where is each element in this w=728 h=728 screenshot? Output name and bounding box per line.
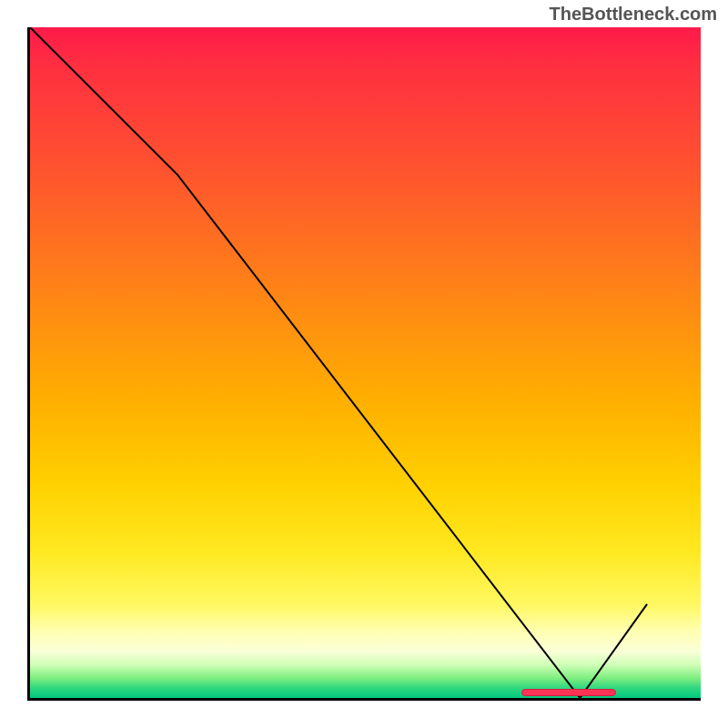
bottleneck-line-chart — [30, 27, 701, 698]
curve-path — [30, 27, 647, 698]
minimum-range-marker — [521, 689, 616, 696]
watermark-text: TheBottleneck.com — [550, 4, 717, 25]
plot-area — [27, 27, 701, 701]
